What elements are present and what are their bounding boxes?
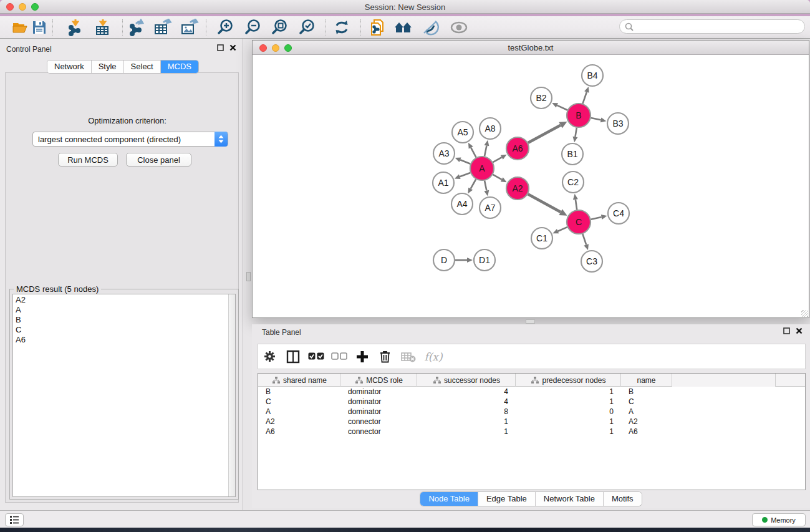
edge-A-A5[interactable] bbox=[471, 148, 476, 158]
table-cell[interactable]: dominator bbox=[340, 387, 417, 397]
export-image-button[interactable] bbox=[179, 19, 200, 36]
optimization-criterion-select[interactable]: largest connected component (directed) bbox=[32, 132, 228, 147]
network-window-titlebar[interactable]: testGlobe.txt bbox=[253, 41, 809, 55]
tab-network[interactable]: Network bbox=[47, 60, 92, 73]
edge-A-A1[interactable] bbox=[460, 173, 470, 177]
edge-A-A4[interactable] bbox=[471, 179, 476, 188]
unselect-all-button[interactable] bbox=[327, 346, 350, 368]
table-row[interactable]: A2connector11A2 bbox=[258, 417, 805, 427]
table-cell[interactable]: A6 bbox=[258, 427, 340, 437]
column-header-name[interactable]: name bbox=[621, 374, 672, 387]
function-builder-button[interactable]: f(x) bbox=[420, 346, 447, 368]
table-cell[interactable]: 1 bbox=[417, 417, 516, 427]
clone-network-button[interactable] bbox=[367, 19, 388, 36]
zoom-selected-button[interactable] bbox=[296, 19, 317, 36]
search-input[interactable] bbox=[634, 21, 804, 32]
table-options-button[interactable] bbox=[258, 346, 281, 368]
mcds-result-item[interactable]: A2 bbox=[13, 294, 235, 304]
export-network-button[interactable] bbox=[126, 19, 147, 36]
float-panel-icon[interactable] bbox=[783, 327, 790, 334]
close-panel-icon[interactable] bbox=[796, 327, 803, 334]
table-row[interactable]: Adominator80A bbox=[258, 407, 805, 417]
table-cell[interactable]: C bbox=[258, 397, 340, 407]
close-panel-button[interactable]: Close panel bbox=[126, 153, 191, 167]
table-cell[interactable]: 1 bbox=[417, 427, 516, 437]
tab-select[interactable]: Select bbox=[124, 60, 161, 73]
tab-network-table[interactable]: Network Table bbox=[536, 492, 604, 506]
table-cell[interactable]: 4 bbox=[417, 397, 516, 407]
open-session-button[interactable] bbox=[10, 19, 31, 36]
export-table-button[interactable] bbox=[152, 19, 173, 36]
table-row[interactable]: Cdominator41C bbox=[258, 397, 805, 407]
edge-B-B3[interactable] bbox=[591, 118, 601, 120]
mcds-result-item[interactable]: B bbox=[13, 314, 235, 324]
tab-motifs[interactable]: Motifs bbox=[604, 492, 642, 506]
table-cell[interactable]: A bbox=[258, 407, 340, 417]
column-header-successor-nodes[interactable]: successor nodes bbox=[417, 374, 516, 387]
titlebar[interactable]: Session: New Session bbox=[0, 0, 810, 14]
edge-A-A7[interactable] bbox=[485, 181, 486, 191]
tab-mcds[interactable]: MCDS bbox=[161, 60, 198, 73]
table-cell[interactable]: connector bbox=[340, 427, 417, 437]
column-header-predecessor-nodes[interactable]: predecessor nodes bbox=[516, 374, 621, 387]
table-cell[interactable]: 1 bbox=[516, 387, 621, 397]
table-cell[interactable]: A bbox=[621, 407, 672, 417]
delete-table-button[interactable] bbox=[397, 346, 420, 368]
tab-node-table[interactable]: Node Table bbox=[420, 492, 478, 506]
delete-columns-button[interactable] bbox=[374, 346, 397, 368]
table-cell[interactable]: C bbox=[621, 397, 672, 407]
column-header-mcds-role[interactable]: MCDS role bbox=[340, 374, 417, 387]
horizontal-splitter-grip[interactable] bbox=[526, 319, 535, 324]
task-history-button[interactable] bbox=[5, 513, 24, 526]
column-header-shared-name[interactable]: shared name bbox=[258, 374, 340, 387]
table-cell[interactable]: 0 bbox=[516, 407, 621, 417]
mcds-result-item[interactable]: A6 bbox=[13, 334, 235, 344]
window-resize-grip[interactable] bbox=[801, 310, 808, 317]
edge-B-B1[interactable] bbox=[575, 128, 576, 137]
close-panel-icon[interactable] bbox=[229, 44, 236, 51]
save-session-button[interactable] bbox=[29, 19, 50, 36]
edge-A-A3[interactable] bbox=[460, 160, 470, 163]
import-network-button[interactable] bbox=[65, 19, 86, 36]
edge-B-B4[interactable] bbox=[583, 92, 587, 104]
edge-C-C2[interactable] bbox=[576, 200, 577, 210]
run-mcds-button[interactable]: Run MCDS bbox=[58, 153, 118, 167]
table-cell[interactable]: A6 bbox=[621, 427, 672, 437]
table-cell[interactable]: dominator bbox=[340, 407, 417, 417]
table-row[interactable]: A6connector11A6 bbox=[258, 427, 805, 437]
edge-A6-B[interactable] bbox=[528, 125, 561, 143]
table-cell[interactable]: 1 bbox=[516, 427, 621, 437]
edge-C-C4[interactable] bbox=[591, 217, 602, 220]
table-cell[interactable]: A2 bbox=[621, 417, 672, 427]
table-cell[interactable]: 1 bbox=[516, 417, 621, 427]
edge-A2-C[interactable] bbox=[528, 194, 561, 212]
table-cell[interactable]: dominator bbox=[340, 397, 417, 407]
zoom-out-button[interactable] bbox=[242, 19, 263, 36]
mcds-result-list[interactable]: A2ABCA6 bbox=[12, 294, 236, 497]
table-cell[interactable]: 1 bbox=[516, 397, 621, 407]
edge-A-A2[interactable] bbox=[493, 175, 501, 180]
edge-B-B2[interactable] bbox=[557, 105, 567, 110]
edge-A-A6[interactable] bbox=[493, 157, 501, 162]
network-canvas[interactable]: AA1A3A5A8A4A7A6A2BB1B2B3B4CC1C2C3C4DD1 bbox=[253, 55, 809, 317]
mcds-list-scrollbar[interactable] bbox=[228, 294, 235, 496]
table-cell[interactable]: 4 bbox=[417, 387, 516, 397]
zoom-in-button[interactable] bbox=[215, 19, 236, 36]
zoom-fit-button[interactable] bbox=[269, 19, 290, 36]
create-column-button[interactable] bbox=[350, 346, 374, 368]
tab-style[interactable]: Style bbox=[92, 60, 124, 73]
table-cell[interactable]: A2 bbox=[258, 417, 340, 427]
column-browse-button[interactable] bbox=[281, 346, 304, 368]
tab-edge-table[interactable]: Edge Table bbox=[478, 492, 536, 506]
show-graphics-details-button[interactable] bbox=[448, 19, 470, 36]
edge-C-C3[interactable] bbox=[582, 234, 586, 244]
table-row[interactable]: Bdominator41B bbox=[258, 387, 805, 397]
mcds-result-item[interactable]: A bbox=[13, 304, 235, 314]
table-cell[interactable]: connector bbox=[340, 417, 417, 427]
table-cell[interactable]: B bbox=[621, 387, 672, 397]
float-panel-icon[interactable] bbox=[217, 44, 224, 51]
edge-A-A8[interactable] bbox=[485, 145, 486, 156]
table-cell[interactable]: B bbox=[258, 387, 340, 397]
memory-button[interactable]: Memory bbox=[752, 513, 806, 526]
edge-C-C1[interactable] bbox=[558, 227, 567, 231]
